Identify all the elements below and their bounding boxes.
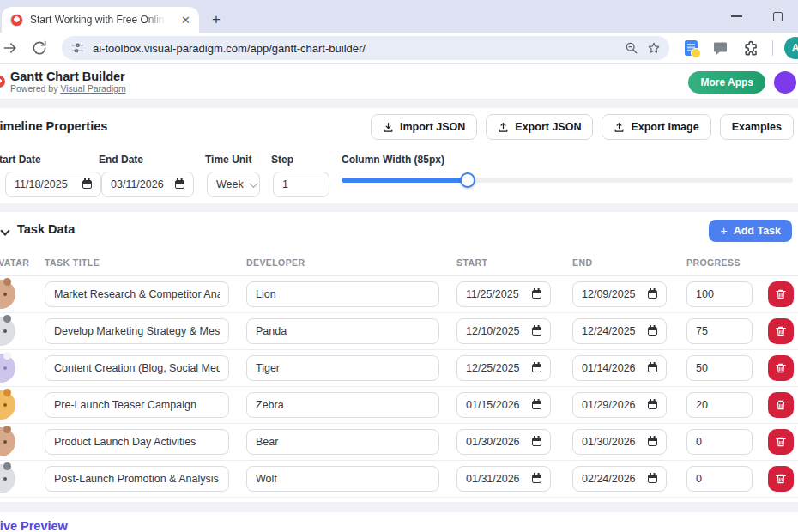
calendar-icon[interactable] (532, 364, 541, 372)
developer-input[interactable] (246, 281, 439, 307)
start-date-input[interactable] (5, 172, 101, 197)
end-date-input[interactable] (572, 281, 667, 307)
progress-value[interactable] (696, 362, 743, 374)
end-value[interactable] (582, 288, 641, 300)
start-date-input[interactable] (456, 281, 551, 307)
progress-input[interactable] (686, 355, 753, 381)
start-value[interactable] (466, 436, 525, 448)
developer-input[interactable] (246, 318, 439, 344)
task-title-value[interactable] (54, 436, 220, 448)
end-date-value[interactable] (111, 178, 168, 190)
start-date-input[interactable] (456, 392, 551, 418)
progress-value[interactable] (696, 399, 743, 411)
progress-input[interactable] (686, 429, 753, 455)
calendar-icon[interactable] (648, 475, 657, 483)
developer-value[interactable] (256, 288, 430, 300)
developer-value[interactable] (256, 473, 430, 485)
task-title-input[interactable] (45, 429, 229, 455)
column-width-slider[interactable] (342, 178, 793, 183)
delete-task-button[interactable] (768, 392, 794, 418)
calendar-icon[interactable] (532, 475, 541, 483)
developer-input[interactable] (246, 429, 439, 455)
address-bar[interactable]: ai-toolbox.visual-paradigm.com/app/gantt… (62, 36, 669, 60)
calendar-icon[interactable] (648, 401, 657, 409)
delete-task-button[interactable] (768, 355, 794, 381)
visual-paradigm-link[interactable]: Visual Paradigm (60, 83, 125, 94)
developer-value[interactable] (256, 325, 430, 337)
developer-input[interactable] (246, 355, 439, 381)
collapse-chevron-icon[interactable] (0, 226, 9, 235)
developer-value[interactable] (256, 436, 430, 448)
start-value[interactable] (466, 288, 525, 300)
start-date-input[interactable] (456, 429, 551, 455)
export-json-button[interactable]: Export JSON (486, 114, 593, 140)
progress-value[interactable] (696, 436, 743, 448)
slider-handle[interactable] (460, 172, 475, 188)
progress-input[interactable] (686, 318, 753, 344)
developer-value[interactable] (256, 362, 430, 374)
calendar-icon[interactable] (175, 180, 184, 189)
calendar-icon[interactable] (648, 364, 657, 372)
start-value[interactable] (466, 399, 525, 411)
task-title-value[interactable] (54, 325, 220, 337)
calendar-icon[interactable] (532, 438, 541, 446)
progress-value[interactable] (696, 325, 743, 337)
delete-task-button[interactable] (768, 466, 794, 492)
end-date-input[interactable] (572, 392, 667, 418)
tab-close-icon[interactable]: ✕ (181, 15, 190, 26)
start-value[interactable] (466, 325, 525, 337)
progress-value[interactable] (696, 288, 743, 300)
task-title-value[interactable] (54, 473, 220, 485)
start-date-input[interactable] (456, 466, 551, 492)
start-date-input[interactable] (456, 318, 551, 344)
end-value[interactable] (582, 436, 641, 448)
calendar-icon[interactable] (648, 438, 657, 446)
delete-task-button[interactable] (768, 318, 794, 344)
end-value[interactable] (582, 362, 641, 374)
calendar-icon[interactable] (82, 180, 92, 189)
window-minimize-button[interactable] (731, 15, 742, 17)
docs-extension-icon[interactable] (685, 40, 698, 56)
step-input[interactable] (273, 172, 329, 197)
window-maximize-button[interactable] (773, 12, 783, 21)
end-value[interactable] (582, 399, 641, 411)
task-title-input[interactable] (45, 281, 229, 307)
end-date-input[interactable] (572, 355, 667, 381)
browser-tab[interactable]: Start Working with Free Online ✕ (2, 7, 199, 33)
end-value[interactable] (582, 325, 641, 337)
developer-input[interactable] (246, 392, 439, 418)
calendar-icon[interactable] (532, 401, 541, 409)
task-title-input[interactable] (45, 355, 229, 381)
end-date-input[interactable] (572, 318, 667, 344)
calendar-icon[interactable] (532, 290, 541, 299)
task-title-input[interactable] (45, 318, 229, 344)
start-date-value[interactable] (15, 178, 76, 190)
task-title-input[interactable] (45, 466, 229, 492)
end-date-input[interactable] (572, 429, 667, 455)
task-title-value[interactable] (54, 362, 220, 374)
delete-task-button[interactable] (768, 429, 794, 455)
time-unit-select[interactable]: Week (207, 172, 260, 197)
add-task-button[interactable]: + Add Task (709, 220, 792, 242)
progress-input[interactable] (686, 281, 753, 307)
developer-value[interactable] (256, 399, 430, 411)
start-value[interactable] (466, 473, 525, 485)
task-title-value[interactable] (54, 399, 220, 411)
start-value[interactable] (466, 362, 525, 374)
task-title-input[interactable] (45, 392, 229, 418)
extensions-puzzle-icon[interactable] (743, 40, 759, 57)
start-date-input[interactable] (456, 355, 551, 381)
task-title-value[interactable] (54, 288, 220, 300)
forward-button[interactable] (2, 39, 19, 57)
end-date-input[interactable] (572, 466, 667, 492)
zoom-out-icon[interactable] (625, 41, 638, 55)
site-settings-icon[interactable] (70, 41, 84, 55)
user-avatar[interactable] (774, 71, 796, 94)
end-value[interactable] (582, 473, 641, 485)
step-value[interactable] (282, 178, 320, 190)
progress-input[interactable] (686, 392, 753, 418)
progress-value[interactable] (696, 473, 743, 485)
calendar-icon[interactable] (532, 327, 541, 336)
progress-input[interactable] (686, 466, 753, 492)
delete-task-button[interactable] (768, 281, 794, 307)
